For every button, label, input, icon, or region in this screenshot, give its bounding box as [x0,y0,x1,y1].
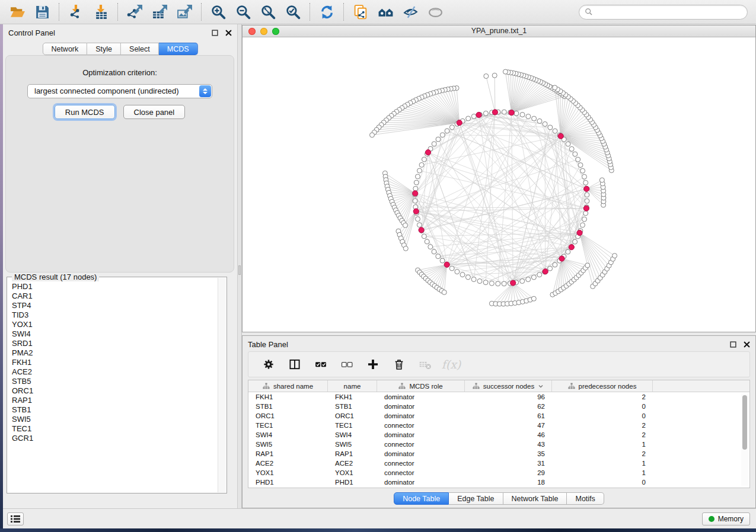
mcds-result-list[interactable]: PHD1CAR1STP4TID3YOX1SWI4SRD1PMA2FKH1ACE2… [8,280,217,492]
run-mcds-button[interactable]: Run MCDS [55,105,115,119]
memory-button[interactable]: Memory [702,512,750,525]
table-row[interactable]: SWI5SWI5connector431 [248,440,749,449]
table-cell: 2 [552,430,653,440]
mcds-result-item[interactable]: TID3 [12,310,217,320]
table-cell: dominator [377,477,465,487]
panel-divider[interactable] [237,24,242,508]
table-panel-close-button[interactable] [743,341,750,348]
table-row[interactable]: TEC1TEC1connector472 [248,421,749,430]
zoom-fit-button[interactable] [256,1,280,23]
optimization-criterion-select[interactable]: largest connected component (undirected) [27,84,212,98]
tab-select[interactable]: Select [121,43,159,55]
tab-node-table[interactable]: Node Table [394,492,449,505]
mcds-result-scrollbar[interactable] [218,278,226,492]
zoom-selected-button[interactable] [280,1,305,23]
clone-network-button[interactable] [348,1,373,23]
main-toolbar-items [5,0,448,24]
tab-style[interactable]: Style [87,43,121,55]
table-row[interactable]: YOX1YOX1connector291 [248,468,749,477]
table-cell: 29 [465,468,552,477]
mcds-result-item[interactable]: PMA2 [12,348,217,358]
search-icon [585,8,593,16]
table-settings-icon [262,358,275,371]
zoom-out-button[interactable] [231,1,256,23]
table-row[interactable]: PHD1PHD1dominator180 [248,477,749,487]
deselect-all-button[interactable] [336,354,358,375]
mcds-result-item[interactable]: YOX1 [12,320,217,329]
first-neighbors-button[interactable] [373,1,398,23]
mcds-result-item[interactable]: ORC1 [12,386,217,396]
network-canvas[interactable] [243,37,755,332]
network-graph[interactable] [243,37,755,332]
control-panel-close-button[interactable] [225,29,232,36]
column-header-MCDS-role[interactable]: MCDS role [377,380,465,392]
export-table-button[interactable] [147,1,172,23]
column-header-predecessor-nodes[interactable]: predecessor nodes [552,380,653,392]
tab-network[interactable]: Network [42,43,87,55]
table-cell: SWI5 [248,440,328,449]
mcds-result-item[interactable]: ACE2 [12,367,217,377]
mcds-result-item[interactable]: PHD1 [12,282,217,291]
table-cell: 0 [552,411,653,421]
column-header-name[interactable]: name [328,380,377,392]
table-row[interactable]: STB1STB1dominator620 [248,402,749,411]
status-list-button[interactable] [7,512,24,525]
export-network-button[interactable] [122,1,147,23]
table-scrollbar[interactable] [741,393,748,486]
tab-network-table[interactable]: Network Table [503,492,567,505]
mcds-result-item[interactable]: STB5 [12,377,217,386]
table-cell: RAP1 [248,449,328,459]
table-header: shared namenameMCDS rolesuccessor nodesp… [248,380,749,392]
table-cell: YOX1 [248,468,328,477]
table-row[interactable]: SWI4SWI4dominator462 [248,430,749,440]
show-all-button[interactable] [423,1,448,23]
table-row[interactable]: RAP1RAP1dominator352 [248,449,749,459]
mcds-result-item[interactable]: SRD1 [12,339,217,348]
export-network-icon [127,4,143,20]
zoom-in-button[interactable] [206,1,231,23]
close-panel-button[interactable]: Close panel [123,105,186,119]
table-row[interactable]: ACE2ACE2connector311 [248,459,749,468]
search-box[interactable] [579,5,748,20]
mcds-result-item[interactable]: STB1 [12,405,217,415]
mcds-result-item[interactable]: GCR1 [12,434,217,443]
float-icon [730,341,736,348]
save-session-button[interactable] [30,1,55,23]
export-image-button[interactable] [172,1,197,23]
mcds-result-item[interactable]: STP4 [12,301,217,310]
hide-selected-button[interactable] [398,1,423,23]
mcds-result-item[interactable]: TEC1 [12,424,217,434]
table-panel-float-button[interactable] [729,341,736,348]
function-builder-button: f(x) [441,354,462,375]
add-column-button[interactable] [362,354,384,375]
table-row[interactable]: ORC1ORC1dominator610 [248,411,749,421]
search-input[interactable] [596,8,742,16]
tab-mcds[interactable]: MCDS [159,43,198,55]
table-settings-button[interactable] [258,354,279,375]
import-network-button[interactable] [63,1,88,23]
column-visibility-button[interactable] [284,354,305,375]
tab-motifs[interactable]: Motifs [567,492,604,505]
scrollbar-thumb[interactable] [742,395,747,450]
control-panel-float-button[interactable] [211,29,218,36]
column-header-successor-nodes[interactable]: successor nodes [465,380,552,392]
mcds-result-item[interactable]: RAP1 [12,396,217,405]
open-file-button[interactable] [5,1,30,23]
column-header-shared-name[interactable]: shared name [248,380,328,392]
divider-grip[interactable] [238,265,241,275]
network-window-titlebar[interactable]: YPA_prune.txt_1 [243,25,755,37]
mcds-result-item[interactable]: FKH1 [12,358,217,367]
mcds-result-item[interactable]: SWI5 [12,415,217,424]
node-table[interactable]: shared namenameMCDS rolesuccessor nodesp… [248,380,750,488]
dropdown-stepper-icon [199,85,211,97]
table-row[interactable]: FKH1FKH1dominator962 [248,392,749,402]
table-cell: connector [377,459,465,468]
import-table-button[interactable] [88,1,113,23]
select-all-button[interactable] [310,354,331,375]
memory-label: Memory [718,515,744,523]
mcds-result-item[interactable]: CAR1 [12,291,217,301]
delete-column-button[interactable] [388,354,410,375]
mcds-result-item[interactable]: SWI4 [12,329,217,339]
tab-edge-table[interactable]: Edge Table [449,492,503,505]
refresh-button[interactable] [314,1,339,23]
